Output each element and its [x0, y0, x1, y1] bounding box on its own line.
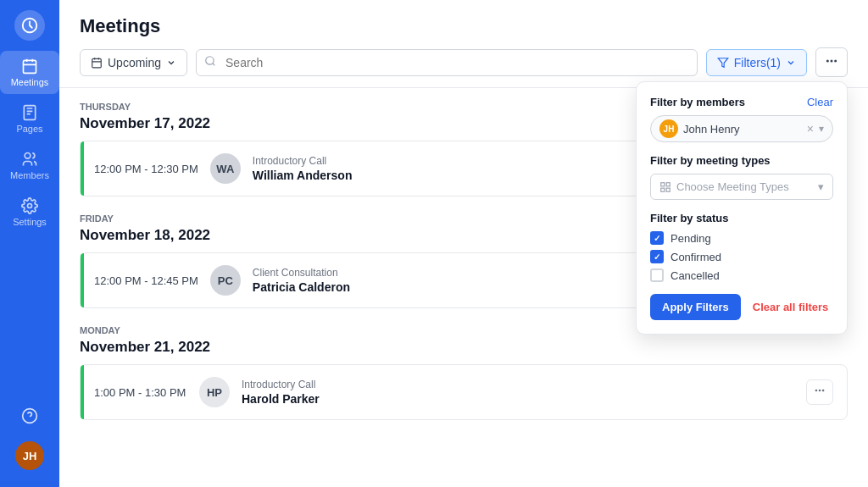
user-avatar[interactable]: JH	[15, 441, 44, 470]
search-input[interactable]	[196, 49, 698, 76]
chevron-down-icon	[786, 58, 796, 68]
ellipsis-icon	[825, 54, 838, 68]
meeting-type: Introductory Call	[242, 379, 794, 390]
cancelled-label: Cancelled	[670, 269, 720, 282]
settings-icon	[21, 197, 38, 214]
filter-status-title: Filter by status	[650, 212, 728, 224]
chevron-down-icon	[166, 58, 176, 68]
avatar: WA	[210, 153, 241, 184]
page-title: Meetings	[80, 15, 848, 37]
meetings-icon	[21, 58, 38, 75]
sidebar-item-label: Settings	[13, 217, 47, 227]
day-group-monday: MONDAY November 21, 2022 1:00 PM - 1:30 …	[80, 325, 848, 420]
meeting-name: Harold Parker	[242, 392, 794, 406]
svg-point-10	[827, 60, 828, 61]
meeting-time: 12:00 PM - 12:30 PM	[94, 163, 198, 175]
meeting-card: 1:00 PM - 1:30 PM HP Introductory Call H…	[80, 364, 848, 420]
meeting-type-select[interactable]: Choose Meeting Types ▾	[650, 174, 833, 200]
toolbar: Upcoming Filters(1)	[80, 47, 848, 77]
card-border	[81, 141, 84, 196]
svg-point-12	[835, 60, 836, 61]
filter-status-section: Filter by status Pending Confirmed Cance…	[650, 212, 833, 282]
calendar-icon	[91, 57, 103, 69]
filters-button[interactable]: Filters(1)	[706, 49, 807, 76]
pending-checkbox[interactable]	[650, 231, 664, 245]
svg-point-4	[28, 204, 32, 208]
svg-rect-6	[92, 58, 102, 68]
grid-icon	[659, 181, 671, 193]
sidebar-item-meetings[interactable]: Meetings	[0, 51, 59, 94]
svg-point-7	[206, 56, 214, 64]
members-icon	[21, 151, 38, 168]
meeting-time: 12:00 PM - 12:45 PM	[94, 274, 198, 287]
sidebar-item-pages[interactable]: Pages	[0, 97, 59, 141]
main-header: Meetings Upcoming	[59, 0, 868, 88]
upcoming-button[interactable]: Upcoming	[80, 49, 187, 76]
avatar: PC	[210, 265, 241, 296]
filter-types-section: Filter by meeting types Choose Meeting T…	[650, 154, 833, 200]
apply-filters-button[interactable]: Apply Filters	[650, 294, 741, 320]
filter-icon	[717, 57, 729, 69]
more-options-button[interactable]	[815, 47, 848, 77]
svg-rect-25	[666, 188, 670, 191]
status-confirmed[interactable]: Confirmed	[650, 250, 833, 263]
member-tag-left: JH John Henry	[659, 119, 739, 138]
filter-actions: Apply Filters Clear all filters	[650, 294, 833, 320]
svg-point-21	[823, 390, 824, 390]
logo	[14, 10, 45, 41]
sidebar-item-label: Members	[10, 170, 49, 180]
card-border	[81, 365, 84, 419]
upcoming-label: Upcoming	[108, 56, 161, 69]
sidebar-item-label: Meetings	[11, 77, 49, 87]
clear-all-filters-button[interactable]: Clear all filters	[749, 294, 832, 320]
svg-rect-24	[661, 188, 665, 191]
day-date: November 21, 2022	[80, 339, 848, 356]
sidebar-item-members[interactable]: Members	[0, 144, 59, 187]
cancelled-checkbox[interactable]	[650, 268, 664, 282]
pages-icon	[21, 104, 38, 121]
status-cancelled[interactable]: Cancelled	[650, 268, 833, 282]
filter-members-header: Filter by members Clear	[650, 96, 833, 108]
sidebar-item-label: Pages	[16, 124, 42, 134]
confirmed-label: Confirmed	[670, 251, 721, 263]
sidebar-item-settings[interactable]: Settings	[0, 191, 59, 234]
svg-point-19	[815, 390, 816, 390]
meeting-more-button[interactable]	[806, 379, 833, 405]
help-icon	[21, 407, 38, 424]
svg-rect-1	[24, 60, 36, 73]
svg-point-3	[25, 153, 31, 159]
chevron-down-icon: ▾	[818, 180, 824, 193]
meeting-info: Introductory Call Harold Parker	[242, 379, 794, 406]
sidebar: Meetings Pages Members Settings JH	[0, 0, 59, 487]
filter-members-section: Filter by members Clear JH John Henry × …	[650, 96, 833, 142]
ellipsis-icon	[814, 385, 826, 396]
filters-label: Filters(1)	[734, 56, 781, 69]
member-tag: JH John Henry × ▾	[650, 115, 833, 142]
chevron-down-icon: ▾	[819, 123, 824, 135]
svg-point-11	[831, 60, 832, 61]
filter-status-header: Filter by status	[650, 212, 833, 224]
member-avatar-sm: JH	[659, 119, 678, 138]
meeting-type-left: Choose Meeting Types	[659, 180, 789, 193]
search-wrap	[196, 49, 698, 76]
meeting-type-placeholder: Choose Meeting Types	[676, 180, 789, 193]
filter-panel: Filter by members Clear JH John Henry × …	[636, 81, 848, 335]
svg-line-8	[213, 63, 215, 65]
filter-members-title: Filter by members	[650, 96, 745, 108]
sidebar-bottom: JH	[14, 401, 45, 477]
pending-label: Pending	[670, 232, 711, 245]
svg-rect-2	[24, 106, 35, 120]
status-pending[interactable]: Pending	[650, 231, 833, 245]
card-border	[81, 253, 84, 307]
clear-members-button[interactable]: Clear	[807, 96, 833, 108]
help-button[interactable]	[14, 401, 45, 431]
filter-types-title: Filter by meeting types	[650, 154, 771, 167]
svg-marker-9	[718, 58, 728, 67]
remove-member-button[interactable]: ×	[807, 122, 814, 136]
svg-point-20	[819, 390, 820, 390]
member-name: John Henry	[683, 123, 739, 136]
search-icon	[204, 55, 216, 70]
svg-rect-23	[666, 182, 670, 185]
confirmed-checkbox[interactable]	[650, 250, 664, 263]
avatar: HP	[199, 377, 230, 407]
